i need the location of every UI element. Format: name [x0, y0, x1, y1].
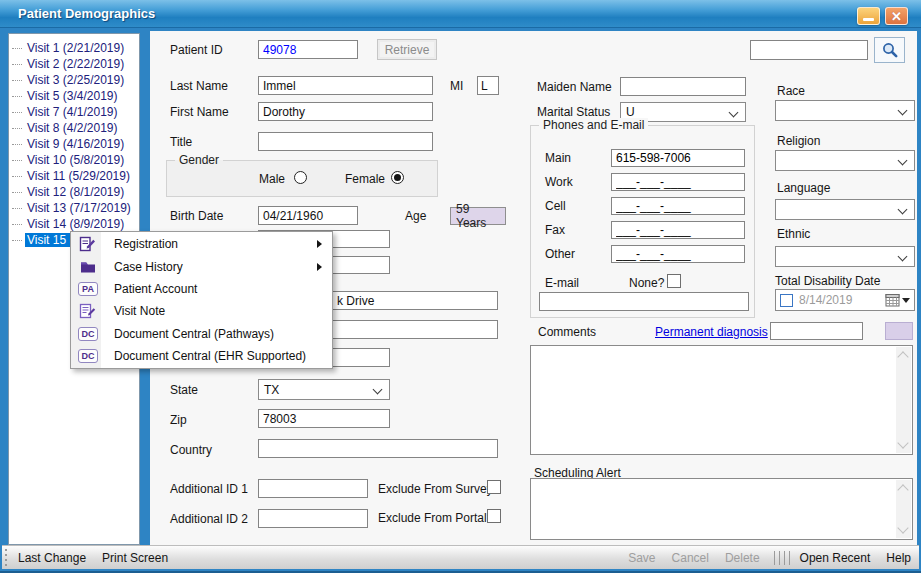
- cell-phone-input[interactable]: [611, 197, 745, 215]
- date-enable-checkbox[interactable]: [780, 294, 793, 307]
- additional-id2-input[interactable]: [258, 509, 368, 528]
- menu-item-document-central-ehr-supported[interactable]: DCDocument Central (EHR Supported): [71, 345, 332, 367]
- menu-item-label: Case History: [114, 260, 183, 274]
- visit-item[interactable]: Visit 7 (4/1/2019): [9, 104, 139, 120]
- other-phone-input[interactable]: [611, 245, 745, 263]
- visit-item[interactable]: Visit 8 (4/2/2019): [9, 120, 139, 136]
- additional-id1-input[interactable]: [258, 479, 368, 498]
- last-name-input[interactable]: [258, 76, 433, 95]
- window-title: Patient Demographics: [18, 6, 155, 21]
- exclude-survey-checkbox[interactable]: [487, 480, 501, 494]
- menu-item-registration[interactable]: Registration: [71, 233, 332, 255]
- birth-date-input[interactable]: [258, 206, 358, 225]
- visit-item[interactable]: Visit 5 (3/4/2019): [9, 88, 139, 104]
- maiden-name-input[interactable]: [620, 77, 746, 96]
- scheduling-alert-scrollbar[interactable]: [896, 480, 911, 538]
- state-combobox[interactable]: TX: [258, 379, 390, 400]
- email-input[interactable]: [539, 292, 749, 311]
- registration-icon: [74, 236, 101, 252]
- total-disability-datepicker[interactable]: 8/14/2019: [775, 289, 915, 311]
- total-disability-date-label: Total Disability Date: [775, 274, 880, 288]
- retrieve-button[interactable]: Retrieve: [377, 39, 437, 60]
- menu-item-patient-account[interactable]: PAPatient Account: [71, 278, 332, 300]
- phone-row-fax: Fax: [545, 218, 745, 242]
- title-input[interactable]: [258, 132, 433, 151]
- minimize-icon: [863, 18, 874, 21]
- visit-item[interactable]: Visit 14 (8/9/2019): [9, 216, 139, 232]
- tree-connector: [12, 64, 22, 65]
- race-label: Race: [777, 84, 805, 98]
- visit-item[interactable]: Visit 1 (2/21/2019): [9, 40, 139, 56]
- visit-item[interactable]: Visit 11 (5/29/2019): [9, 168, 139, 184]
- tree-connector: [12, 128, 22, 129]
- ethnic-combobox[interactable]: [775, 246, 915, 267]
- minimize-button[interactable]: [857, 7, 880, 25]
- visit-item[interactable]: Visit 3 (2/25/2019): [9, 72, 139, 88]
- patient-demographics-window: Patient Demographics ✕ Visit 1 (2/21/201…: [0, 0, 921, 573]
- visit-item[interactable]: Visit 10 (5/8/2019): [9, 152, 139, 168]
- visit-item-label: Visit 1 (2/21/2019): [25, 41, 126, 55]
- comments-scrollbar[interactable]: [896, 347, 911, 453]
- close-button[interactable]: ✕: [885, 7, 908, 25]
- work-phone-input[interactable]: [611, 173, 745, 191]
- maiden-name-label: Maiden Name: [537, 80, 612, 94]
- submenu-arrow-icon: [317, 240, 322, 248]
- visit-item-label: Visit 12 (8/1/2019): [25, 185, 126, 199]
- phone-label: Cell: [545, 199, 611, 213]
- menu-item-label: Visit Note: [114, 304, 165, 318]
- search-input[interactable]: [750, 40, 868, 60]
- scroll-down-icon: [897, 522, 908, 533]
- menu-item-case-history[interactable]: Case History: [71, 255, 332, 277]
- visit-item[interactable]: Visit 12 (8/1/2019): [9, 184, 139, 200]
- patient-id-input[interactable]: [258, 40, 358, 59]
- zip-input[interactable]: [258, 409, 390, 428]
- visit-item[interactable]: Visit 9 (4/16/2019): [9, 136, 139, 152]
- permanent-diagnosis-link[interactable]: Permanent diagnosis: [655, 325, 768, 339]
- save-button[interactable]: Save: [628, 551, 655, 565]
- email-none-label: None?: [629, 276, 664, 290]
- scroll-up-icon: [897, 484, 908, 495]
- visit-item-label: Visit 9 (4/16/2019): [25, 137, 126, 151]
- open-recent-button[interactable]: Open Recent: [800, 551, 871, 565]
- diagnosis-color-swatch[interactable]: [885, 322, 913, 340]
- first-name-input[interactable]: [258, 102, 433, 121]
- mi-label: MI: [450, 79, 463, 93]
- religion-combobox[interactable]: [775, 150, 915, 171]
- permanent-diagnosis-input[interactable]: [770, 322, 863, 340]
- delete-button[interactable]: Delete: [725, 551, 760, 565]
- help-button[interactable]: Help: [886, 551, 911, 565]
- exclude-survey-label: Exclude From Survey?: [378, 482, 499, 496]
- marital-status-label: Marital Status: [537, 105, 610, 119]
- gender-label: Gender: [175, 153, 223, 167]
- patient-id-label: Patient ID: [170, 43, 223, 57]
- female-radio[interactable]: [391, 171, 404, 184]
- print-screen-button[interactable]: Print Screen: [102, 551, 168, 565]
- note-icon: [74, 303, 101, 319]
- race-combobox[interactable]: [775, 100, 915, 121]
- email-none-checkbox[interactable]: [667, 274, 681, 288]
- visit-item-label: Visit 13 (7/17/2019): [25, 201, 133, 215]
- exclude-portal-checkbox[interactable]: [487, 509, 501, 523]
- folder-icon: [74, 260, 101, 274]
- comments-textbox[interactable]: [530, 345, 913, 455]
- fax-phone-input[interactable]: [611, 221, 745, 239]
- mi-input[interactable]: [477, 76, 499, 95]
- country-input[interactable]: [258, 439, 498, 458]
- additional-id1-label: Additional ID 1: [170, 482, 248, 496]
- scheduling-alert-textbox[interactable]: [530, 478, 913, 540]
- tree-connector: [12, 240, 22, 241]
- visit-item[interactable]: Visit 13 (7/17/2019): [9, 200, 139, 216]
- visit-item-label: Visit 5 (3/4/2019): [25, 89, 120, 103]
- tree-connector: [12, 96, 22, 97]
- last-change-button[interactable]: Last Change: [18, 551, 86, 565]
- main-phone-input[interactable]: [611, 149, 745, 167]
- statusbar-separators: [774, 551, 790, 565]
- language-combobox[interactable]: [775, 199, 915, 220]
- menu-item-document-central-pathways[interactable]: DCDocument Central (Pathways): [71, 323, 332, 345]
- tree-connector: [12, 112, 22, 113]
- visit-item[interactable]: Visit 2 (2/22/2019): [9, 56, 139, 72]
- search-button[interactable]: [874, 37, 905, 63]
- menu-item-visit-note[interactable]: Visit Note: [71, 300, 332, 322]
- male-radio[interactable]: [294, 171, 307, 184]
- cancel-button[interactable]: Cancel: [672, 551, 709, 565]
